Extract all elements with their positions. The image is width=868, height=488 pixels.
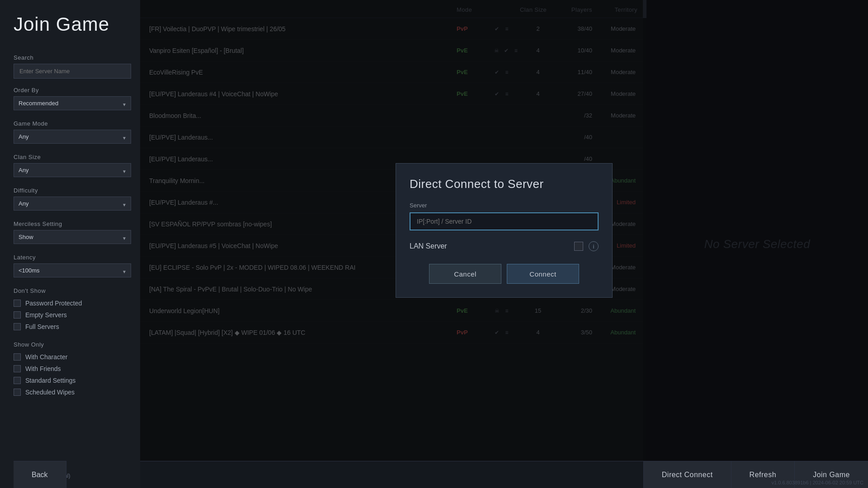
bottom-bar: Direct Connect Refresh Join Game <box>140 461 868 488</box>
back-button[interactable]: Back <box>14 461 66 488</box>
modal-cancel-button[interactable]: Cancel <box>429 264 501 284</box>
checkbox-with-character[interactable]: With Character <box>14 353 131 361</box>
show-only-group: With Character With Friends Standard Set… <box>14 353 131 400</box>
checkbox-scheduled-wipes-label: Scheduled Wipes <box>25 389 75 396</box>
order-by-label: Order By <box>14 87 131 94</box>
game-mode-select[interactable]: Any <box>14 130 131 144</box>
direct-connect-button[interactable]: Direct Connect <box>643 461 731 488</box>
order-by-wrapper: Recommended <box>14 96 131 112</box>
merciless-wrapper: Show <box>14 230 131 246</box>
checkbox-scheduled-wipes[interactable]: Scheduled Wipes <box>14 389 131 396</box>
direct-connect-modal: Direct Connect to Server Server LAN Serv… <box>396 163 613 298</box>
checkbox-with-character-input[interactable] <box>14 353 21 361</box>
info-icon[interactable]: i <box>589 241 599 251</box>
difficulty-label: Difficulty <box>14 187 131 194</box>
difficulty-wrapper: Any <box>14 197 131 212</box>
checkbox-with-friends[interactable]: With Friends <box>14 365 131 372</box>
dont-show-label: Don't Show <box>14 287 131 294</box>
modal-buttons: Cancel Connect <box>410 264 599 284</box>
version-text: v1.0.6.803891b6 | 2024-06-02 20:59 UTC <box>772 480 863 485</box>
checkbox-standard-settings[interactable]: Standard Settings <box>14 377 131 384</box>
checkbox-full-servers-input[interactable] <box>14 323 21 330</box>
search-input[interactable] <box>14 64 131 79</box>
checkbox-with-friends-label: With Friends <box>25 365 61 372</box>
clan-size-select[interactable]: Any <box>14 163 131 177</box>
merciless-label: Merciless Setting <box>14 221 131 227</box>
search-label: Search <box>14 54 131 61</box>
checkbox-with-friends-input[interactable] <box>14 365 21 372</box>
checkbox-full-servers-label: Full Servers <box>25 323 59 330</box>
modal-overlay: Direct Connect to Server Server LAN Serv… <box>140 0 868 461</box>
clan-size-label: Clan Size <box>14 154 131 160</box>
page-title: Join Game <box>14 14 131 35</box>
checkbox-password-protected-label: Password Protected <box>25 300 82 307</box>
dont-show-group: Password Protected Empty Servers Full Se… <box>14 300 131 335</box>
checkbox-standard-settings-label: Standard Settings <box>25 377 75 384</box>
modal-lan-label: LAN Server <box>410 242 569 250</box>
latency-wrapper: <100ms <box>14 263 131 279</box>
clan-size-wrapper: Any <box>14 163 131 179</box>
modal-server-label: Server <box>410 202 599 209</box>
modal-server-input[interactable] <box>410 212 599 230</box>
order-by-select[interactable]: Recommended <box>14 96 131 110</box>
checkbox-empty-servers-label: Empty Servers <box>25 311 67 319</box>
checkbox-empty-servers-input[interactable] <box>14 311 21 319</box>
checkbox-password-protected[interactable]: Password Protected <box>14 300 131 307</box>
game-mode-wrapper: Any <box>14 130 131 145</box>
modal-connect-button[interactable]: Connect <box>507 264 579 284</box>
checkbox-with-character-label: With Character <box>25 353 67 361</box>
latency-label: Latency <box>14 254 131 261</box>
checkbox-standard-settings-input[interactable] <box>14 377 21 384</box>
checkbox-empty-servers[interactable]: Empty Servers <box>14 311 131 319</box>
difficulty-select[interactable]: Any <box>14 197 131 211</box>
modal-lan-row: LAN Server i <box>410 241 599 251</box>
checkbox-scheduled-wipes-input[interactable] <box>14 389 21 396</box>
game-mode-label: Game Mode <box>14 120 131 127</box>
latency-select[interactable]: <100ms <box>14 263 131 277</box>
modal-lan-checkbox[interactable] <box>574 242 583 251</box>
show-only-label: Show Only <box>14 341 131 348</box>
modal-title: Direct Connect to Server <box>410 177 599 191</box>
checkbox-full-servers[interactable]: Full Servers <box>14 323 131 330</box>
sidebar: Join Game Search Order By Recommended Ga… <box>0 0 140 488</box>
merciless-select[interactable]: Show <box>14 230 131 244</box>
checkbox-password-protected-input[interactable] <box>14 300 21 307</box>
